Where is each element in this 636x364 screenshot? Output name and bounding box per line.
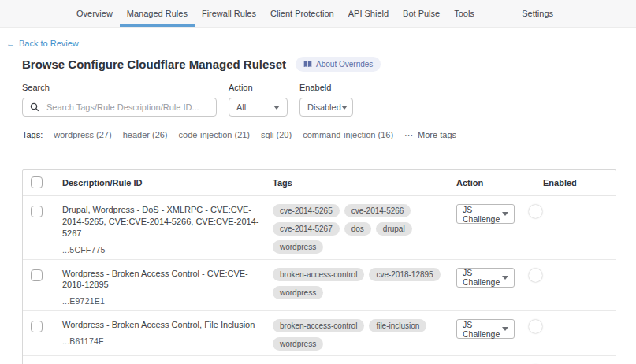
tag-filter-link[interactable]: code-injection (21) bbox=[179, 130, 251, 139]
tag-filter-link[interactable]: sqli (20) bbox=[261, 130, 292, 139]
toggle-knob bbox=[529, 205, 542, 218]
rule-description: Wordpress - Broken Access Control - CVE:… bbox=[62, 268, 266, 292]
rule-tags: cve-2014-5265cve-2014-5266cve-2014-5267d… bbox=[273, 204, 450, 254]
top-tab-bar: OverviewManaged RulesFirewall RulesClien… bbox=[0, 0, 636, 28]
tag-pill[interactable]: cve-2014-5265 bbox=[273, 204, 340, 217]
tag-filter-link[interactable]: wordpress (27) bbox=[54, 130, 111, 139]
title-row: Browse Configure Cloudflare Managed Rule… bbox=[22, 57, 616, 72]
tag-pill[interactable]: wordpress bbox=[273, 240, 323, 254]
rule-action-value: JS Challenge bbox=[463, 205, 502, 224]
tab-client-protection[interactable]: Client Protection bbox=[263, 0, 341, 27]
main-content: Browse Configure Cloudflare Managed Rule… bbox=[0, 57, 636, 364]
table-row: Drupal, Wordpress - DoS - XMLRPC - CVE:C… bbox=[23, 196, 616, 260]
action-filter: Action All bbox=[229, 83, 288, 117]
action-label: Action bbox=[229, 83, 288, 92]
rule-action-select[interactable]: JS Challenge bbox=[456, 268, 515, 288]
tag-pill[interactable]: cve-2018-12895 bbox=[369, 268, 440, 281]
tab-api-shield[interactable]: API Shield bbox=[341, 0, 396, 27]
table-row: Wordpress - Broken Access Control, File … bbox=[23, 311, 616, 356]
about-overrides-label: About Overrides bbox=[316, 60, 373, 69]
chevron-down-icon bbox=[502, 327, 508, 331]
header-tags: Tags bbox=[273, 178, 456, 188]
more-tags-label: More tags bbox=[418, 130, 456, 139]
filters-row: Search Action All Enabeld Disabled bbox=[22, 83, 616, 117]
chevron-down-icon bbox=[502, 212, 508, 216]
toggle-knob bbox=[529, 269, 542, 282]
rule-id: ...E9721E1 bbox=[62, 296, 266, 306]
rule-action-select[interactable]: JS Challenge bbox=[456, 319, 515, 339]
tab-firewall-rules[interactable]: Firewall Rules bbox=[195, 0, 263, 27]
rule-action-select[interactable]: JS Challenge bbox=[456, 204, 515, 224]
action-select-value: All bbox=[236, 102, 246, 112]
back-arrow-icon: ← bbox=[6, 39, 15, 48]
tag-pill[interactable]: drupal bbox=[376, 222, 412, 236]
about-overrides-badge[interactable]: About Overrides bbox=[296, 57, 381, 72]
table-row: Wordpress - Broken Access Control - CVE:… bbox=[23, 260, 616, 312]
back-link-label: Back to Review bbox=[19, 39, 79, 48]
chevron-down-icon bbox=[341, 106, 348, 110]
rule-tags: broken-access-controlcve-2018-12895wordp… bbox=[273, 268, 450, 299]
enabled-label: Enabeld bbox=[299, 83, 353, 92]
select-all-checkbox[interactable] bbox=[31, 176, 43, 188]
row-checkbox[interactable] bbox=[31, 321, 43, 332]
header-description: Description/Rule ID bbox=[62, 178, 273, 188]
tag-pill[interactable]: broken-access-control bbox=[273, 319, 364, 332]
search-filter: Search bbox=[22, 83, 217, 117]
tag-pill[interactable]: wordpress bbox=[273, 337, 323, 351]
header-enabled: Enabled bbox=[543, 178, 616, 188]
tag-filter-link[interactable]: command-injection (16) bbox=[303, 130, 393, 139]
tab-group: OverviewManaged RulesFirewall RulesClien… bbox=[69, 0, 482, 27]
tag-filter-link[interactable]: header (26) bbox=[123, 130, 168, 139]
rule-description: Wordpress - Broken Access Control, File … bbox=[62, 319, 266, 331]
tag-pill[interactable]: file-inclusion bbox=[369, 319, 426, 332]
ellipsis-icon: ··· bbox=[404, 130, 413, 139]
enabled-select[interactable]: Disabled bbox=[299, 98, 353, 117]
chevron-down-icon bbox=[273, 106, 280, 110]
rule-tags: broken-access-controlfile-inclusionwordp… bbox=[273, 319, 450, 351]
book-icon bbox=[303, 60, 312, 69]
enabled-filter: Enabeld Disabled bbox=[299, 83, 353, 117]
table-header-row: Description/Rule ID Tags Action Enabled bbox=[23, 170, 616, 196]
rules-table: Description/Rule ID Tags Action Enabled … bbox=[22, 169, 616, 364]
tab-settings[interactable]: Settings bbox=[515, 0, 560, 27]
tab-managed-rules[interactable]: Managed Rules bbox=[120, 0, 195, 27]
rule-description: Drupal, Wordpress - DoS - XMLRPC - CVE:C… bbox=[62, 204, 266, 240]
tags-bar-label: Tags: bbox=[22, 130, 43, 139]
tab-bot-pulse[interactable]: Bot Pulse bbox=[396, 0, 447, 27]
tag-pill[interactable]: wordpress bbox=[273, 286, 323, 299]
header-action: Action bbox=[456, 178, 543, 188]
rule-action-value: JS Challenge bbox=[463, 320, 502, 339]
more-tags-link[interactable]: ··· More tags bbox=[404, 130, 456, 139]
search-input[interactable] bbox=[45, 102, 209, 113]
search-label: Search bbox=[22, 83, 217, 92]
tab-overview[interactable]: Overview bbox=[69, 0, 120, 27]
chevron-down-icon bbox=[502, 276, 508, 280]
action-select[interactable]: All bbox=[229, 98, 288, 117]
table-row: Wordpress - Broken Access Control - Upda… bbox=[23, 356, 616, 364]
tab-tools[interactable]: Tools bbox=[447, 0, 482, 27]
tag-pill[interactable]: broken-access-control bbox=[273, 268, 364, 281]
search-box bbox=[22, 98, 217, 117]
tags-quick-filter-bar: Tags: wordpress (27)header (26)code-inje… bbox=[22, 130, 616, 139]
table-body: Drupal, Wordpress - DoS - XMLRPC - CVE:C… bbox=[23, 196, 616, 364]
rule-id: ...5CFF775 bbox=[62, 245, 266, 254]
back-to-review-link[interactable]: ← Back to Review bbox=[6, 39, 79, 48]
search-icon bbox=[30, 102, 39, 112]
tag-pill[interactable]: dos bbox=[344, 222, 371, 236]
row-checkbox[interactable] bbox=[31, 269, 43, 281]
row-checkbox[interactable] bbox=[31, 206, 43, 217]
rule-id: ...B61174F bbox=[62, 336, 266, 346]
page-title: Browse Configure Cloudflare Managed Rule… bbox=[22, 58, 286, 71]
tag-pill[interactable]: cve-2014-5266 bbox=[344, 204, 411, 217]
enabled-select-value: Disabled bbox=[307, 102, 341, 112]
tag-links: wordpress (27)header (26)code-injection … bbox=[54, 130, 393, 139]
rule-action-value: JS Challenge bbox=[463, 268, 502, 287]
tag-pill[interactable]: cve-2014-5267 bbox=[273, 222, 340, 236]
